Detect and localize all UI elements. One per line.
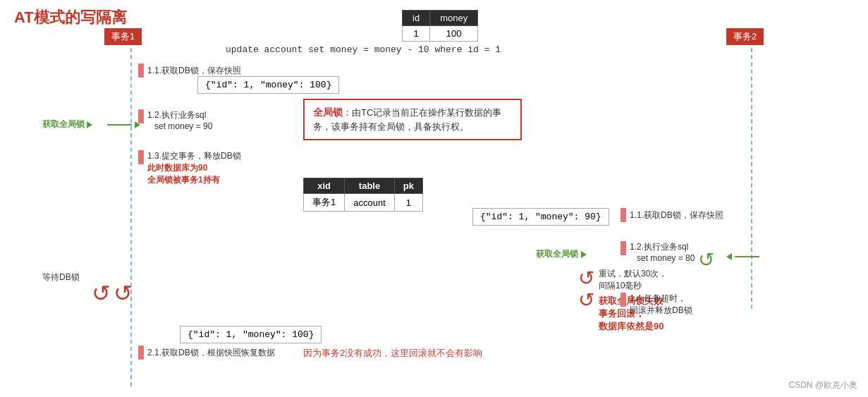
tx2-get-global-lock: 获取全局锁 — [536, 248, 587, 260]
tx1-step2-1-indicator — [138, 346, 144, 360]
cell-money: 100 — [430, 26, 478, 42]
xid-table: xid table pk 事务1 account 1 — [303, 178, 423, 212]
tx2-lock-arrow-head-icon — [726, 253, 732, 260]
tx1-json2-box: {"id": 1, "money": 100} — [180, 326, 322, 343]
header-table-container: id money 1 100 — [402, 10, 478, 42]
header-table: id money 1 100 — [402, 10, 478, 42]
xid-table-container: xid table pk 事务1 account 1 — [303, 178, 423, 212]
tx2-step1-4-indicator — [621, 293, 626, 307]
tx2-green-spiral: ↺ — [698, 250, 714, 270]
tx1-json1-box: {"id": 1, "money": 100} — [197, 76, 339, 94]
retry-spiral-icon2: ↺ — [578, 290, 594, 312]
retry-spiral-icon1: ↺ — [578, 268, 594, 290]
transaction1-label: 事务1 — [104, 28, 142, 45]
tx2-json1-box: {"id": 1, "money": 90} — [472, 208, 609, 226]
tx1-step2-1: 2.1.获取DB锁，根据快照恢复数据 — [138, 346, 275, 360]
global-lock-box: 全局锁：由TC记录当前正在操作某行数据的事务，该事务持有全局锁，具备执行权。 — [303, 99, 522, 140]
tx1-step1-3: 1.3.提交事务，释放DB锁 此时数据库为90 全局锁被事务1持有 — [138, 150, 241, 186]
get-lock-arrow-icon — [87, 121, 92, 128]
tx2-step1-2-indicator — [621, 241, 626, 255]
watermark: CSDN @欧克小奥 — [788, 379, 857, 391]
xid-cell-pk: 1 — [394, 194, 422, 212]
tx1-lock-arrow-head-icon — [135, 121, 140, 128]
tx2-dashed-line — [751, 48, 752, 309]
tx1-dashed-line — [130, 48, 132, 386]
tx2-lock-arrow-line — [726, 250, 759, 261]
tx1-step1-3-indicator — [138, 150, 144, 164]
tx2-green-spiral-icon: ↺ — [698, 249, 714, 271]
tx1-spiral-area: ↺ ↺ — [92, 282, 133, 305]
tx1-lock-arrow-line — [107, 118, 140, 129]
xid-cell-table: account — [345, 194, 395, 212]
col-xid: xid — [304, 178, 345, 194]
page-container: AT模式的写隔离 id money 1 100 update account s… — [0, 0, 868, 397]
tx1-spiral-icon2: ↺ — [114, 281, 133, 306]
update-sql: update account set money = money - 10 wh… — [226, 44, 501, 55]
tx1-step1-1-indicator — [138, 63, 144, 78]
no-effect-note: 因为事务2没有成功，这里回滚就不会有影响 — [303, 347, 482, 360]
tx2-step1-1: 1.1.获取DB锁，保存快照 — [621, 208, 723, 222]
xid-cell-xid: 事务1 — [304, 194, 345, 212]
wait-db-lock: 等待DB锁 — [42, 271, 80, 283]
tx2-step1-4: 1.4.任务超时， 回滚并释放DB锁 — [621, 293, 692, 317]
transaction2-label: 事务2 — [726, 28, 764, 45]
tx2-get-lock-arrow-icon — [581, 251, 587, 258]
col-pk: pk — [394, 178, 422, 194]
tx2-step1-2: 1.2.执行业务sql set money = 80 — [621, 241, 695, 263]
tx1-step1-1: 1.1.获取DB锁，保存快照 — [138, 63, 241, 78]
tx2-step1-1-indicator — [621, 208, 626, 222]
tx1-get-global-lock: 获取全局锁 — [42, 118, 92, 130]
col-id: id — [403, 11, 430, 26]
col-table: table — [345, 178, 395, 194]
cell-id: 1 — [403, 26, 430, 42]
tx1-spiral-icon1: ↺ — [92, 281, 111, 306]
tx1-step1-2: 1.2.执行业务sql set money = 90 — [138, 109, 212, 131]
col-money: money — [430, 11, 478, 26]
